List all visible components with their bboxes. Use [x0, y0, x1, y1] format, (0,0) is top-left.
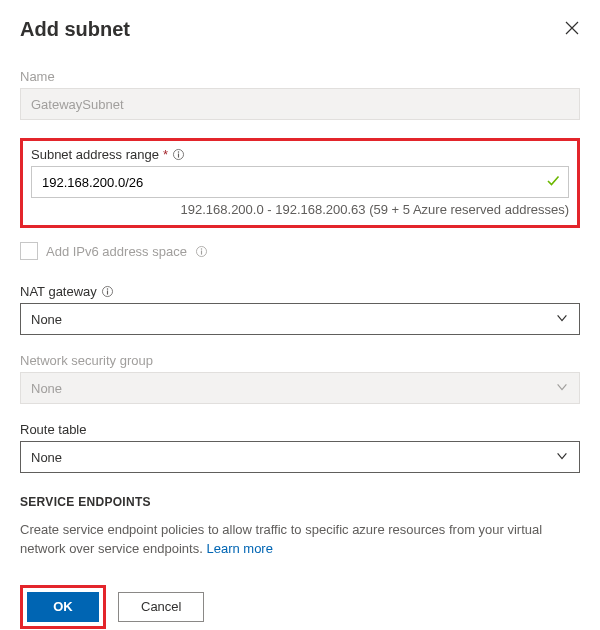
nat-gateway-label-row: NAT gateway [20, 284, 580, 299]
subnet-range-input-wrap [31, 166, 569, 198]
panel-header: Add subnet [20, 18, 580, 41]
subnet-range-highlight: Subnet address range * 192.168.200.0 - 1… [20, 138, 580, 228]
ipv6-row: Add IPv6 address space [20, 242, 580, 260]
ipv6-label: Add IPv6 address space [46, 244, 187, 259]
nat-gateway-field: NAT gateway None [20, 284, 580, 335]
checkmark-icon [545, 173, 561, 192]
nat-gateway-select[interactable]: None [20, 303, 580, 335]
info-icon[interactable] [101, 285, 114, 298]
info-icon[interactable] [195, 245, 208, 258]
svg-point-1 [178, 151, 179, 152]
service-endpoints-text: Create service endpoint policies to allo… [20, 522, 542, 556]
chevron-down-icon [555, 380, 569, 397]
name-field: Name [20, 69, 580, 120]
close-icon[interactable] [564, 20, 580, 39]
required-asterisk: * [163, 147, 168, 162]
route-table-label: Route table [20, 422, 580, 437]
svg-point-4 [201, 248, 202, 249]
info-icon[interactable] [172, 148, 185, 161]
nsg-select: None [20, 372, 580, 404]
subnet-range-input[interactable] [31, 166, 569, 198]
cancel-button[interactable]: Cancel [118, 592, 204, 622]
chevron-down-icon [555, 311, 569, 328]
nsg-value: None [31, 381, 62, 396]
route-table-select[interactable]: None [20, 441, 580, 473]
svg-rect-8 [107, 291, 108, 295]
subnet-range-label: Subnet address range [31, 147, 159, 162]
nat-gateway-label: NAT gateway [20, 284, 97, 299]
nsg-field: Network security group None [20, 353, 580, 404]
route-table-field: Route table None [20, 422, 580, 473]
svg-rect-5 [201, 250, 202, 254]
ipv6-checkbox[interactable] [20, 242, 38, 260]
nsg-label: Network security group [20, 353, 580, 368]
name-label: Name [20, 69, 580, 84]
learn-more-link[interactable]: Learn more [206, 541, 272, 556]
route-table-value: None [31, 450, 62, 465]
nat-gateway-value: None [31, 312, 62, 327]
service-endpoints-heading: SERVICE ENDPOINTS [20, 495, 580, 509]
footer-actions: OK Cancel [20, 585, 580, 629]
ok-highlight: OK [20, 585, 106, 629]
name-input [20, 88, 580, 120]
panel-title: Add subnet [20, 18, 130, 41]
svg-point-7 [107, 288, 108, 289]
service-endpoints-desc: Create service endpoint policies to allo… [20, 521, 580, 559]
chevron-down-icon [555, 449, 569, 466]
svg-rect-2 [178, 154, 179, 158]
subnet-range-helper: 192.168.200.0 - 192.168.200.63 (59 + 5 A… [31, 202, 569, 217]
ok-button[interactable]: OK [27, 592, 99, 622]
subnet-range-label-row: Subnet address range * [31, 147, 569, 162]
